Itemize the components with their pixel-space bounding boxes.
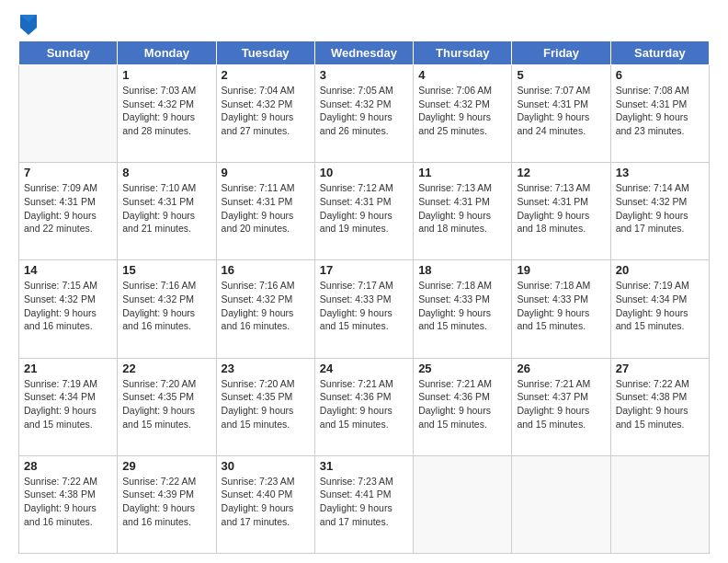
calendar-cell [414,455,512,553]
calendar-cell: 19Sunrise: 7:18 AMSunset: 4:33 PMDayligh… [512,260,610,358]
day-number: 23 [222,362,310,375]
day-info: Sunrise: 7:15 AMSunset: 4:32 PMDaylight:… [24,279,112,333]
day-number: 26 [517,362,605,375]
calendar-cell: 14Sunrise: 7:15 AMSunset: 4:32 PMDayligh… [19,260,118,358]
calendar-cell: 16Sunrise: 7:16 AMSunset: 4:32 PMDayligh… [216,260,314,358]
day-number: 2 [222,68,310,82]
day-number: 1 [122,68,210,82]
calendar-table: SundayMondayTuesdayWednesdayThursdayFrid… [18,40,710,554]
calendar-cell: 5Sunrise: 7:07 AMSunset: 4:31 PMDaylight… [512,65,610,163]
calendar-cell: 29Sunrise: 7:22 AMSunset: 4:39 PMDayligh… [118,455,216,553]
day-number: 30 [222,459,310,473]
day-info: Sunrise: 7:09 AMSunset: 4:31 PMDaylight:… [24,181,112,236]
calendar-header-thursday: Thursday [414,41,512,65]
calendar-cell: 4Sunrise: 7:06 AMSunset: 4:32 PMDaylight… [414,65,512,163]
calendar-header-row: SundayMondayTuesdayWednesdayThursdayFrid… [19,41,710,65]
day-number: 28 [24,459,112,473]
day-info: Sunrise: 7:06 AMSunset: 4:32 PMDaylight:… [418,84,506,138]
day-info: Sunrise: 7:13 AMSunset: 4:31 PMDaylight:… [418,181,506,236]
calendar-header-wednesday: Wednesday [314,41,413,65]
day-number: 31 [320,459,408,473]
day-number: 17 [320,263,408,277]
day-info: Sunrise: 7:10 AMSunset: 4:31 PMDaylight:… [122,181,210,236]
day-number: 12 [517,166,605,179]
day-number: 3 [320,68,408,82]
day-number: 11 [418,166,506,179]
day-number: 16 [222,263,310,277]
day-info: Sunrise: 7:12 AMSunset: 4:31 PMDaylight:… [320,181,408,236]
calendar-cell: 22Sunrise: 7:20 AMSunset: 4:35 PMDayligh… [118,358,216,455]
day-info: Sunrise: 7:22 AMSunset: 4:39 PMDaylight:… [122,475,210,529]
calendar-cell [19,65,118,163]
day-info: Sunrise: 7:21 AMSunset: 4:37 PMDaylight:… [517,377,605,431]
day-info: Sunrise: 7:22 AMSunset: 4:38 PMDaylight:… [24,475,112,529]
calendar-cell: 20Sunrise: 7:19 AMSunset: 4:34 PMDayligh… [610,260,709,358]
day-number: 18 [418,263,506,277]
day-info: Sunrise: 7:22 AMSunset: 4:38 PMDaylight:… [616,377,704,431]
calendar-header-tuesday: Tuesday [216,41,314,65]
day-number: 8 [122,166,210,179]
day-number: 21 [24,362,112,375]
calendar-cell: 23Sunrise: 7:20 AMSunset: 4:35 PMDayligh… [216,358,314,455]
calendar-cell: 12Sunrise: 7:13 AMSunset: 4:31 PMDayligh… [512,163,610,260]
day-number: 19 [517,263,605,277]
day-number: 15 [122,263,210,277]
calendar-cell: 15Sunrise: 7:16 AMSunset: 4:32 PMDayligh… [118,260,216,358]
logo [18,15,37,33]
calendar-cell: 30Sunrise: 7:23 AMSunset: 4:40 PMDayligh… [216,455,314,553]
day-number: 4 [418,68,506,82]
day-info: Sunrise: 7:03 AMSunset: 4:32 PMDaylight:… [122,84,210,138]
day-info: Sunrise: 7:23 AMSunset: 4:40 PMDaylight:… [222,475,310,529]
calendar-cell: 21Sunrise: 7:19 AMSunset: 4:34 PMDayligh… [19,358,118,455]
day-info: Sunrise: 7:16 AMSunset: 4:32 PMDaylight:… [122,279,210,333]
calendar-header-friday: Friday [512,41,610,65]
calendar-week-3: 21Sunrise: 7:19 AMSunset: 4:34 PMDayligh… [19,358,710,455]
day-number: 29 [122,459,210,473]
calendar-cell: 26Sunrise: 7:21 AMSunset: 4:37 PMDayligh… [512,358,610,455]
calendar-cell: 11Sunrise: 7:13 AMSunset: 4:31 PMDayligh… [414,163,512,260]
calendar-cell: 18Sunrise: 7:18 AMSunset: 4:33 PMDayligh… [414,260,512,358]
calendar-cell: 10Sunrise: 7:12 AMSunset: 4:31 PMDayligh… [314,163,413,260]
calendar-cell: 2Sunrise: 7:04 AMSunset: 4:32 PMDaylight… [216,65,314,163]
day-info: Sunrise: 7:04 AMSunset: 4:32 PMDaylight:… [222,84,310,138]
day-number: 27 [616,362,704,375]
day-number: 14 [24,263,112,277]
day-info: Sunrise: 7:23 AMSunset: 4:41 PMDaylight:… [320,475,408,529]
day-info: Sunrise: 7:21 AMSunset: 4:36 PMDaylight:… [418,377,506,431]
day-info: Sunrise: 7:07 AMSunset: 4:31 PMDaylight:… [517,84,605,138]
day-info: Sunrise: 7:16 AMSunset: 4:32 PMDaylight:… [222,279,310,333]
calendar-week-0: 1Sunrise: 7:03 AMSunset: 4:32 PMDaylight… [19,65,710,163]
day-info: Sunrise: 7:18 AMSunset: 4:33 PMDaylight:… [418,279,506,333]
day-info: Sunrise: 7:20 AMSunset: 4:35 PMDaylight:… [122,377,210,431]
calendar-cell [512,455,610,553]
calendar-cell: 27Sunrise: 7:22 AMSunset: 4:38 PMDayligh… [610,358,709,455]
page: SundayMondayTuesdayWednesdayThursdayFrid… [0,0,728,563]
calendar-cell: 1Sunrise: 7:03 AMSunset: 4:32 PMDaylight… [118,65,216,163]
calendar-header-saturday: Saturday [610,41,709,65]
calendar-header-sunday: Sunday [19,41,118,65]
day-number: 6 [616,68,704,82]
day-number: 10 [320,166,408,179]
calendar-cell: 24Sunrise: 7:21 AMSunset: 4:36 PMDayligh… [314,358,413,455]
day-info: Sunrise: 7:19 AMSunset: 4:34 PMDaylight:… [616,279,704,333]
day-number: 25 [418,362,506,375]
calendar-cell: 9Sunrise: 7:11 AMSunset: 4:31 PMDaylight… [216,163,314,260]
calendar-week-4: 28Sunrise: 7:22 AMSunset: 4:38 PMDayligh… [19,455,710,553]
day-number: 13 [616,166,704,179]
logo-icon [20,15,37,35]
day-info: Sunrise: 7:20 AMSunset: 4:35 PMDaylight:… [222,377,310,431]
day-info: Sunrise: 7:14 AMSunset: 4:32 PMDaylight:… [616,181,704,236]
calendar-cell: 28Sunrise: 7:22 AMSunset: 4:38 PMDayligh… [19,455,118,553]
header [18,15,710,33]
day-number: 7 [24,166,112,179]
day-number: 20 [616,263,704,277]
calendar-cell: 13Sunrise: 7:14 AMSunset: 4:32 PMDayligh… [610,163,709,260]
day-number: 24 [320,362,408,375]
day-info: Sunrise: 7:17 AMSunset: 4:33 PMDaylight:… [320,279,408,333]
calendar-cell: 7Sunrise: 7:09 AMSunset: 4:31 PMDaylight… [19,163,118,260]
calendar-header-monday: Monday [118,41,216,65]
day-info: Sunrise: 7:11 AMSunset: 4:31 PMDaylight:… [222,181,310,236]
calendar-cell: 17Sunrise: 7:17 AMSunset: 4:33 PMDayligh… [314,260,413,358]
calendar-week-1: 7Sunrise: 7:09 AMSunset: 4:31 PMDaylight… [19,163,710,260]
day-info: Sunrise: 7:19 AMSunset: 4:34 PMDaylight:… [24,377,112,431]
